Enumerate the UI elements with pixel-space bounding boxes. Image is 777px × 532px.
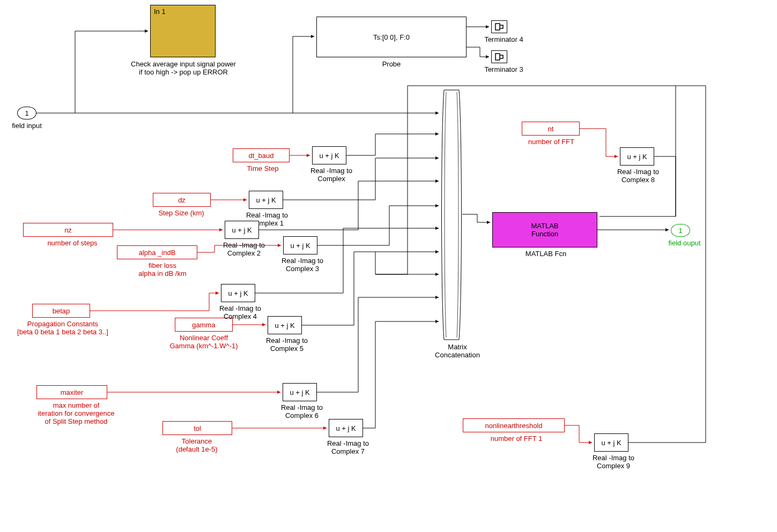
real-imag-to-complex-1[interactable]: u + j K <box>249 191 283 209</box>
const-betap-label: Propagation Constants [beta 0 beta 1 bet… <box>12 320 114 336</box>
const-nlt-label: number of FFT 1 <box>484 434 549 443</box>
ri2c7-label: Real -Imag to Complex 7 <box>321 439 375 455</box>
const-dt-baud[interactable]: dt_baud <box>233 148 290 162</box>
ri2c5-label: Real -Imag to Complex 5 <box>260 336 314 353</box>
check-block-text: In 1 <box>154 8 166 16</box>
const-nt[interactable]: nt <box>522 122 580 136</box>
check-block-label: Check average input signal power if too … <box>108 60 258 76</box>
port-number: 1 <box>678 227 682 235</box>
ri2c3-label: Real -Imag to Complex 3 <box>276 257 329 273</box>
real-imag-to-complex[interactable]: u + j K <box>312 146 346 164</box>
ri2c6-label: Real -Imag to Complex 6 <box>275 403 329 419</box>
port-number: 1 <box>25 109 28 117</box>
real-imag-to-complex-3[interactable]: u + j K <box>283 236 317 254</box>
const-tol-label: Tolerance (default 1e-5) <box>170 437 224 453</box>
const-dz-label: Step Size (km) <box>149 209 213 217</box>
const-dt-label: Time Step <box>241 164 284 173</box>
matlab-fn-label: MATLAB Fcn <box>519 250 573 258</box>
probe-text: Ts:[0 0], F:0 <box>373 33 410 41</box>
terminator-3-label: Terminator 3 <box>478 65 529 73</box>
terminator-3[interactable] <box>491 50 507 63</box>
const-nz[interactable]: nz <box>23 223 113 237</box>
const-dz[interactable]: dz <box>153 193 211 207</box>
real-imag-to-complex-5[interactable]: u + j K <box>268 316 302 334</box>
probe-label: Probe <box>375 60 408 68</box>
terminator-4-label: Terminator 4 <box>478 35 529 43</box>
const-gamma-label: Nonlinear Coeff Gamma (km^-1.W^-1) <box>161 334 247 350</box>
const-alpha[interactable]: alpha _indB <box>117 245 197 259</box>
real-imag-to-complex-4[interactable]: u + j K <box>221 284 255 302</box>
ri2c2-label: Real -Imag to Complex 2 <box>217 241 271 257</box>
output-port-label: field ouput <box>662 239 707 247</box>
probe-block[interactable]: Ts:[0 0], F:0 <box>316 17 467 57</box>
ri2c-label: Real -Imag to Complex <box>305 167 358 183</box>
ri2c9-label: Real -Imag to Complex 9 <box>587 454 640 470</box>
input-port-label: field input <box>5 122 48 130</box>
const-betap[interactable]: betap <box>32 304 90 318</box>
signal-lines <box>0 0 777 532</box>
input-port[interactable]: 1 <box>17 107 36 119</box>
const-maxiter-label: max number of iteration for convergence … <box>33 401 119 425</box>
output-port[interactable]: 1 <box>671 224 690 237</box>
matrix-concatenation-block[interactable] <box>441 89 462 341</box>
check-block[interactable]: In 1 <box>150 5 216 57</box>
const-nt-label: number of FFT <box>524 138 578 146</box>
ri2c4-label: Real -Imag to Complex 4 <box>213 304 267 320</box>
const-tol[interactable]: tol <box>162 421 232 435</box>
matlab-fn-text: MATLAB Function <box>531 222 558 238</box>
simulink-diagram: 1 field input In 1 Check average input s… <box>0 0 777 532</box>
matlab-function-block[interactable]: MATLAB Function <box>492 212 597 248</box>
ri2c8-label: Real -Imag to Complex 8 <box>611 168 665 184</box>
real-imag-to-complex-6[interactable]: u + j K <box>283 383 317 401</box>
terminator-4[interactable] <box>491 20 507 33</box>
real-imag-to-complex-8[interactable]: u + j K <box>620 147 654 166</box>
real-imag-to-complex-7[interactable]: u + j K <box>329 419 363 437</box>
const-nz-label: number of steps <box>40 239 105 247</box>
const-alpha-label: fiber loss alpha in dB /km <box>128 261 197 278</box>
matrix-concat-label: Matrix Concatenation <box>428 343 487 359</box>
const-nonlinearthreshold[interactable]: nonlinearthreshold <box>463 418 565 432</box>
real-imag-to-complex-9[interactable]: u + j K <box>594 433 628 452</box>
real-imag-to-complex-2[interactable]: u + j K <box>225 221 259 239</box>
const-maxiter[interactable]: maxiter <box>36 385 107 399</box>
